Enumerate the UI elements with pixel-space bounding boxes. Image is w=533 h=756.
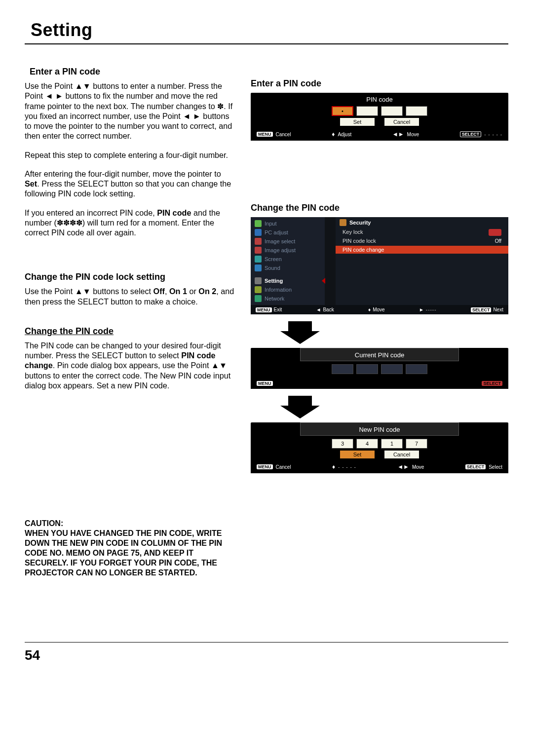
menu-badge: MENU: [257, 464, 273, 469]
menu-item-information[interactable]: Information: [251, 285, 325, 294]
new-pin-actions: Set Cancel: [251, 451, 508, 461]
flow-arrow-icon: [280, 396, 508, 418]
updown-icon: ♦: [332, 463, 335, 470]
menu-right-panel: Security Key lock PIN code lock Off PIN …: [336, 217, 508, 305]
cur-digit-3[interactable]: [381, 364, 403, 374]
osd-pin-title: PIN code: [251, 93, 508, 105]
updown-icon: ♦: [332, 131, 335, 138]
new-pin-row: 3 4 1 7: [251, 438, 508, 451]
caution-label: CAUTION:: [25, 519, 237, 529]
row-pin-code-lock[interactable]: PIN code lock Off: [336, 237, 508, 246]
select-badge: SELECT: [465, 464, 486, 469]
page-title: Setting: [31, 20, 508, 40]
pin-lock-status: Off: [495, 238, 501, 245]
osd-footer-new: MENU Cancel ♦ - - - - - ◄► Move SELECT S…: [251, 461, 508, 473]
heading-enter-pin: Enter a PIN code: [30, 67, 237, 77]
para-enter-pin-2: Repeat this step to complete entering a …: [25, 150, 237, 160]
right-column: Enter a PIN code PIN code • Set Cancel M…: [251, 67, 508, 578]
select-badge: SELECT: [471, 307, 492, 312]
pin-digit-1[interactable]: •: [332, 106, 353, 116]
leftright-icon: ◄►: [392, 131, 404, 138]
pin-input-row: •: [251, 105, 508, 118]
image-adjust-icon: [255, 247, 262, 254]
para-change-lock: Use the Point ▲▼ buttons to select Off, …: [25, 286, 237, 306]
menu-scrollbar[interactable]: [325, 217, 336, 305]
menu-item-network[interactable]: Network: [251, 294, 325, 303]
new-pin-title: New PIN code: [300, 422, 459, 436]
row-pin-code-change[interactable]: PIN code change: [336, 246, 508, 254]
heading-change-lock: Change the PIN code lock setting: [25, 272, 237, 282]
menu-badge: MENU: [256, 307, 272, 312]
menu-footer: MENUExit ◄Back ♦Move ►----- SELECTNext: [251, 305, 508, 314]
set-button[interactable]: Set: [340, 118, 375, 126]
footer-dashes: - - - - -: [484, 132, 502, 137]
menu-left-panel: Input PC adjust Image select Image adjus…: [251, 217, 325, 305]
menu-item-image-adjust[interactable]: Image adjust: [251, 246, 325, 255]
security-header: Security: [336, 217, 508, 228]
cur-digit-4[interactable]: [406, 364, 427, 374]
footer-adjust: Adjust: [338, 132, 351, 137]
para-enter-pin-1: Use the Point ▲▼ buttons to enter a numb…: [25, 81, 237, 141]
osd-heading-change-pin: Change the PIN code: [251, 203, 508, 213]
para-change-pin: The PIN code can be changed to your desi…: [25, 340, 237, 390]
osd-new-pin: New PIN code 3 4 1 7 Set Cancel MENU Can…: [251, 422, 508, 473]
leftright-icon: ◄►: [397, 463, 409, 470]
key-lock-status-icon: [489, 229, 501, 236]
right-arrow-icon: ►: [419, 307, 424, 312]
sound-icon: [255, 265, 262, 271]
pin-action-row: Set Cancel: [251, 118, 508, 129]
menu-item-image-select[interactable]: Image select: [251, 237, 325, 246]
set-button[interactable]: Set: [340, 451, 375, 458]
current-pin-row: [251, 363, 508, 376]
current-pin-title: Current PIN code: [300, 348, 459, 361]
lock-icon: [340, 219, 346, 226]
select-badge: SELECT: [482, 381, 502, 386]
para-enter-pin-4: If you entered an incorrect PIN code, PI…: [25, 208, 237, 238]
pc-adjust-icon: [255, 229, 262, 236]
pin-digit-2[interactable]: [356, 106, 378, 116]
heading-change-pin: Change the PIN code: [25, 326, 237, 337]
menu-item-sound[interactable]: Sound: [251, 264, 325, 272]
osd-heading-enter-pin: Enter a PIN code: [251, 78, 508, 89]
page-header: Setting: [25, 20, 508, 44]
osd-enter-pin: PIN code • Set Cancel MENU Cancel ♦ Adju…: [251, 93, 508, 141]
menu-item-pc-adjust[interactable]: PC adjust: [251, 228, 325, 237]
input-icon: [255, 220, 262, 227]
osd-footer-current: MENU SELECT: [251, 379, 508, 389]
caution-block: CAUTION: WHEN YOU HAVE CHANGED THE PIN C…: [25, 519, 237, 578]
flow-arrow-icon: [280, 321, 508, 344]
back-arrow-icon: ◄: [316, 307, 321, 312]
cur-digit-2[interactable]: [356, 364, 378, 374]
footer-move: Move: [407, 132, 419, 137]
pin-digit-3[interactable]: [381, 106, 403, 116]
updown-icon: ♦: [368, 307, 371, 312]
cancel-button[interactable]: Cancel: [384, 451, 419, 458]
select-badge: SELECT: [460, 131, 482, 137]
menu-item-setting[interactable]: Setting: [251, 276, 325, 285]
image-select-icon: [255, 238, 262, 245]
menu-badge: MENU: [257, 132, 273, 137]
new-digit-4[interactable]: 7: [406, 439, 427, 449]
cur-digit-1[interactable]: [332, 364, 353, 374]
caution-text: WHEN YOU HAVE CHANGED THE PIN CODE, WRIT…: [25, 529, 237, 578]
menu-item-screen[interactable]: Screen: [251, 255, 325, 264]
menu-item-input[interactable]: Input: [251, 219, 325, 228]
menu-badge: MENU: [257, 381, 273, 386]
row-key-lock[interactable]: Key lock: [336, 228, 508, 237]
svg-marker-0: [280, 321, 320, 344]
osd-menu: Input PC adjust Image select Image adjus…: [251, 217, 508, 314]
para-enter-pin-3: After entering the four-digit number, mo…: [25, 169, 237, 199]
footer-cancel: Cancel: [276, 132, 291, 137]
osd-current-pin: Current PIN code MENU SELECT: [251, 348, 508, 389]
osd-footer: MENU Cancel ♦ Adjust ◄► Move SELECT - - …: [251, 129, 508, 141]
new-digit-3[interactable]: 1: [381, 439, 403, 449]
cancel-button[interactable]: Cancel: [384, 118, 419, 126]
page-number: 54: [25, 642, 508, 663]
screen-icon: [255, 256, 262, 263]
information-icon: [255, 286, 262, 293]
svg-marker-1: [280, 396, 320, 418]
new-digit-1[interactable]: 3: [332, 439, 353, 449]
network-icon: [255, 295, 262, 302]
new-digit-2[interactable]: 4: [356, 439, 378, 449]
pin-digit-4[interactable]: [406, 106, 427, 116]
